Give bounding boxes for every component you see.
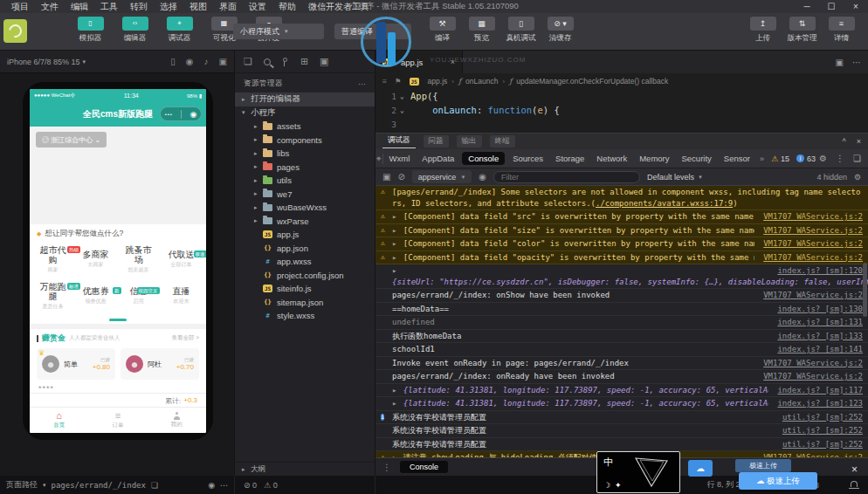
service-item-直播[interactable]: 直播欢迎来 [160,278,203,314]
page-path-value[interactable]: pages/errand/_/index [52,481,146,490]
tree-item-components[interactable]: ▸components [235,134,375,148]
tree-item-assets[interactable]: ▸assets [235,120,375,134]
source-link[interactable]: VM1707 WAService.js:2 [763,371,863,382]
collapse-panel-icon[interactable]: ^ [843,137,846,146]
statusbar-more-icon[interactable]: ⋯ [220,481,228,490]
action-button-compile[interactable]: ⚒编译 [423,17,462,44]
tree-item-wuBaseWxss[interactable]: ▸wuBaseWxss [235,201,375,215]
tree-item-siteinfo.js[interactable]: JSsiteinfo.js [235,282,375,296]
source-link[interactable]: index.js? [sm]:133 [777,331,863,342]
watch-icon[interactable]: ◉ [208,481,215,490]
debugger-tab-输出[interactable]: 输出 [457,135,482,148]
tree-section-miniprogram[interactable]: ▾小程序 [235,106,375,120]
expand-chevron-icon[interactable]: ▸ [392,265,396,277]
tab-我的[interactable]: 我的 [148,408,206,433]
devtools-tab-Network[interactable]: Network [590,152,633,165]
close-panel-icon[interactable]: × [857,137,861,146]
tree-item-wxParse[interactable]: ▸wxParse [235,215,375,229]
expand-chevron-icon[interactable]: ▸ [392,226,402,235]
breadcrumb-item[interactable]: app.js [428,77,448,86]
console-message[interactable]: ⚠▸ [Component] data field "color" is ove… [375,237,868,251]
service-item-万能跑腿[interactable]: 万能跑腿标准悬赏任务 [31,278,74,314]
warning-count[interactable]: ⚠ 15 [771,154,789,163]
notifications-bell-icon[interactable] [849,481,859,490]
reward-user-card[interactable]: ♛☻简单已赚+0.80 [37,348,115,380]
close-tab-icon[interactable]: × [451,58,455,66]
panel-button-code[interactable]: ‹›编辑器 [113,17,157,44]
expand-chevron-icon[interactable]: ▸ [392,453,402,457]
source-link[interactable]: VM1707 WAService.js:2 [763,452,863,457]
console-message[interactable]: ▸index.js? [sm]:120{siteUrl: "https://ce… [375,264,868,289]
mode-select[interactable]: 小程序模式 ▾ [233,24,324,39]
console-message[interactable]: Invoke event onReady in page: pages/erra… [375,357,868,371]
code-editor[interactable]: 1⌄App({2⌄ onLaunch: function(e) {3 [375,89,868,133]
compile-mode-select[interactable]: 普通编译 ▾ [334,24,411,39]
source-link[interactable]: index.js? [sm]:120 [777,265,863,277]
devtools-tab-AppData[interactable]: AppData [416,152,460,165]
menu-item-视图[interactable]: 视图 [183,0,213,13]
console-message[interactable]: ==homeData==index.js? [sm]:130 [375,303,868,317]
debugger-tab-问题[interactable]: 问题 [424,135,449,148]
tab-订单[interactable]: ≡订单 [88,408,147,433]
devtools-tab-Memory[interactable]: Memory [633,152,675,165]
console-settings-icon[interactable]: ⚙ [854,173,861,182]
console-scrollbar[interactable] [863,263,867,317]
editor-tab-appjs[interactable]: JS app.js × [375,51,463,73]
menu-item-帮助[interactable]: 帮助 [272,0,302,13]
tree-item-sitemap.json[interactable]: {}sitemap.json [235,296,375,310]
console-message[interactable]: ⚠▸ [Component] data field "src" is overw… [375,210,868,224]
exit-circle-icon[interactable]: ◉ [189,110,196,119]
inspect-element-icon[interactable]: ⌖ [375,154,383,164]
debugger-tab-调试器[interactable]: 调试器 [382,134,416,148]
console-message[interactable]: 执行函数homeDataindex.js? [sm]:133 [375,330,868,344]
tree-item-app.json[interactable]: {}app.json [235,242,375,256]
source-link[interactable]: VM1707 WAService.js:2 [763,290,863,301]
info-count[interactable]: i 63 [796,154,816,163]
location-chip[interactable]: ◎ 浙江综合中心 ⌄ [36,132,107,148]
hidden-count-label[interactable]: 4 hidden [816,173,847,182]
menu-item-界面[interactable]: 界面 [213,0,243,13]
toolbar-button-details[interactable]: ≡详情 [822,17,861,44]
panel-button-phone[interactable]: ▯模拟器 [68,17,113,44]
clear-console-icon[interactable]: ⊘ [397,172,404,182]
source-link[interactable]: VM1707 WAService.js:2 [763,225,863,237]
toolbar-button-version[interactable]: ⇅版本管理 [782,17,822,44]
eye-icon[interactable]: ◉ [479,172,486,182]
more-actions-icon[interactable]: ⋯ [358,79,366,88]
source-link[interactable]: util.js? [sm]:252 [782,439,863,450]
console-message[interactable]: ⚠[pages/errand/_/index] Some selectors a… [375,186,868,210]
console-message[interactable]: ⚠▸ [Component] data field "opacity" is o… [375,251,868,265]
console-message[interactable]: undefinedindex.js? [sm]:131 [375,316,868,330]
service-item-跳蚤市场[interactable]: 跳蚤市场想卖就卖 [117,241,160,278]
tree-item-app.js[interactable]: JSapp.js [235,228,375,242]
source-control-icon[interactable] [282,58,289,66]
detach-window-icon[interactable]: ▣ [219,57,227,66]
menu-item-转到[interactable]: 转到 [124,0,154,13]
message-link[interactable]: ./components/avatar.wxss:17:9 [596,199,733,208]
tree-item-utils[interactable]: ▸utils [235,174,375,188]
menu-item-微信开发者工具[interactable]: 微信开发者工具 [302,0,375,13]
console-message[interactable]: ▸ {latitude: 41.31381, longitude: 117.73… [375,397,868,411]
console-log[interactable]: ⚠[pages/errand/_/index] Some selectors a… [375,186,868,457]
outline-section[interactable]: ▸ 大纲 [235,462,375,476]
service-item-超市代购[interactable]: 超市代购热销商家 [31,241,74,278]
devtools-kebab-icon[interactable]: ⋮ [836,154,844,163]
menu-item-工具[interactable]: 工具 [94,0,124,13]
menu-item-选择[interactable]: 选择 [154,0,183,13]
source-link[interactable]: index.js? [sm]:141 [777,344,863,355]
source-link[interactable]: index.js? [sm]:123 [777,398,863,409]
source-link[interactable]: util.js? [sm]:252 [782,412,863,423]
bookmark-icon[interactable]: ⚑ [395,77,402,86]
execution-context-select[interactable]: appservice ▼ [412,170,472,183]
log-levels-select[interactable]: Default levels ▼ [647,173,703,182]
sound-icon[interactable]: ♪ [204,57,209,66]
tab-首页[interactable]: ⌂首页 [30,408,88,433]
devtools-tab-Sensor[interactable]: Sensor [718,152,756,165]
source-link[interactable]: VM1707 WAService.js:2 [763,252,863,264]
console-message[interactable]: ⚠▸ [Component] data field "size" is over… [375,224,868,238]
console-message[interactable]: ▸ {latitude: 41.31381, longitude: 117.73… [375,384,868,398]
quick-upload-tooltip[interactable]: ☁ 极速上传 [739,472,817,490]
menu-item-编辑[interactable]: 编辑 [65,0,94,13]
action-button-preview[interactable]: ▦预览 [462,17,501,44]
service-item-多商家[interactable]: 多商家去商家 [74,241,117,278]
